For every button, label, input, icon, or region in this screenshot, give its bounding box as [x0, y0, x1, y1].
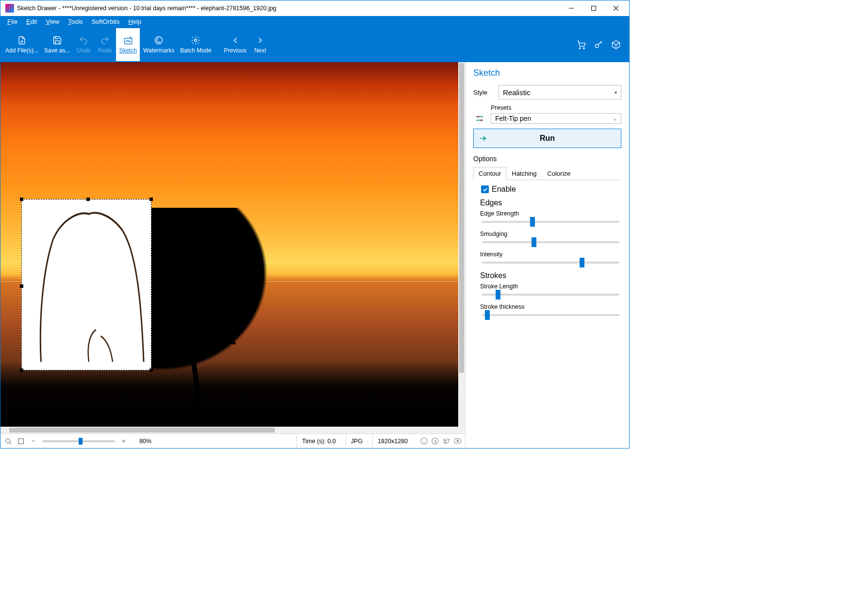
chevron-down-icon: ⌄: [613, 116, 617, 121]
sketch-icon: [123, 35, 133, 46]
status-dimensions: 1920x1280: [372, 434, 413, 448]
menu-view[interactable]: View: [42, 17, 63, 26]
stroke-thickness-slider[interactable]: [482, 314, 619, 316]
undo-button: Undo: [73, 28, 94, 62]
smudging-label: Smudging: [480, 231, 621, 237]
edges-heading: Edges: [480, 199, 621, 207]
svg-point-5: [155, 37, 163, 44]
tab-hatching[interactable]: Hatching: [506, 167, 542, 180]
batch-mode-button[interactable]: Batch Mode: [177, 28, 214, 62]
watermark-icon: [154, 35, 164, 46]
menu-tools[interactable]: Tools: [64, 17, 86, 26]
selection-box[interactable]: [21, 199, 151, 370]
twitter-icon[interactable]: [443, 437, 450, 445]
toolbar: Add File(s)... Save as... Undo Redo Sket…: [0, 27, 629, 62]
add-files-button[interactable]: Add File(s)...: [2, 28, 41, 62]
status-time: Time (s): 0.0: [297, 434, 341, 448]
svg-point-10: [6, 438, 10, 443]
zoom-actual-icon[interactable]: [4, 437, 12, 445]
stroke-length-slider[interactable]: [482, 294, 619, 296]
arrow-left-icon: [231, 35, 240, 46]
style-select[interactable]: Realistic▾: [499, 85, 621, 100]
enable-label: Enable: [492, 185, 516, 194]
svg-point-7: [579, 48, 581, 49]
package-icon[interactable]: [611, 39, 621, 50]
title-bar: Sketch Drawer - ****Unregistered version…: [0, 0, 629, 16]
menu-help[interactable]: Help: [124, 17, 145, 26]
zoom-in-button[interactable]: +: [120, 437, 128, 445]
sliders-icon[interactable]: [473, 113, 486, 124]
add-file-icon: [17, 35, 27, 46]
horizontal-scrollbar[interactable]: [0, 427, 458, 433]
save-as-button[interactable]: Save as...: [41, 28, 73, 62]
status-format: JPG: [346, 434, 367, 448]
resize-handle[interactable]: [20, 368, 23, 372]
panel-heading: Sketch: [473, 68, 621, 78]
resize-handle[interactable]: [150, 368, 153, 372]
gear-icon: [191, 35, 200, 46]
key-icon[interactable]: [593, 39, 604, 50]
tab-colorize[interactable]: Colorize: [542, 167, 576, 180]
save-icon: [52, 35, 62, 46]
resize-handle[interactable]: [20, 284, 23, 288]
arrow-right-icon: [255, 35, 265, 46]
edge-strength-label: Edge Strength: [480, 210, 621, 217]
sketch-tab-button[interactable]: Sketch: [116, 28, 140, 62]
intensity-label: Intensity: [480, 251, 621, 258]
svg-rect-11: [18, 438, 24, 444]
cart-icon[interactable]: [576, 39, 586, 50]
options-tabs: Contour Hatching Colorize: [473, 166, 621, 180]
menu-edit[interactable]: Edit: [22, 17, 41, 26]
chevron-down-icon: ▾: [615, 90, 617, 95]
resize-handle[interactable]: [86, 198, 90, 201]
menu-bar: File Edit View Tools SoftOrbits Help: [0, 16, 629, 27]
redo-icon: [100, 35, 110, 46]
sketch-preview: [27, 204, 146, 365]
watermarks-button[interactable]: Watermarks: [140, 28, 177, 62]
image-canvas[interactable]: [0, 62, 465, 427]
status-bar: − + 80% Time (s): 0.0 JPG 1920x1280: [0, 433, 465, 448]
maximize-button[interactable]: [582, 0, 605, 16]
presets-select[interactable]: Felt-Tip pen⌄: [491, 113, 621, 124]
info-icon[interactable]: [420, 437, 428, 445]
stroke-thickness-label: Stroke thickness: [480, 303, 621, 310]
svg-point-16: [481, 119, 482, 121]
next-button[interactable]: Next: [250, 28, 271, 62]
style-label: Style: [473, 89, 494, 96]
strokes-heading: Strokes: [480, 271, 621, 280]
vertical-scrollbar[interactable]: [458, 62, 465, 427]
menu-softorbits[interactable]: SoftOrbits: [88, 17, 124, 26]
close-button[interactable]: [605, 0, 627, 16]
zoom-out-button[interactable]: −: [30, 437, 37, 445]
options-label: Options: [473, 155, 621, 163]
svg-point-8: [583, 48, 585, 49]
minimize-button[interactable]: [560, 0, 582, 16]
previous-button[interactable]: Previous: [221, 28, 250, 62]
window-title: Sketch Drawer - ****Unregistered version…: [17, 5, 560, 12]
presets-label: Presets: [491, 104, 621, 111]
zoom-percent: 80%: [139, 438, 151, 445]
canvas-pane: − + 80% Time (s): 0.0 JPG 1920x1280: [0, 62, 465, 448]
tab-contour[interactable]: Contour: [473, 167, 506, 180]
svg-point-15: [477, 116, 479, 118]
facebook-icon[interactable]: [432, 437, 439, 445]
intensity-slider[interactable]: [482, 262, 619, 264]
svg-point-6: [195, 39, 197, 42]
edge-strength-slider[interactable]: [482, 221, 619, 223]
zoom-fit-icon[interactable]: [17, 437, 25, 445]
run-button[interactable]: Run: [473, 129, 621, 148]
app-icon: [5, 4, 14, 13]
undo-icon: [79, 35, 88, 46]
youtube-icon[interactable]: [454, 437, 461, 445]
side-panel: Sketch Style Realistic▾ Presets Felt-Tip…: [465, 62, 629, 448]
zoom-slider[interactable]: [42, 440, 115, 442]
smudging-slider[interactable]: [482, 241, 619, 243]
svg-rect-1: [592, 6, 596, 11]
enable-checkbox[interactable]: [481, 185, 489, 193]
svg-point-9: [595, 44, 599, 48]
stroke-length-label: Stroke Length: [480, 283, 621, 290]
redo-button: Redo: [94, 28, 116, 62]
run-arrow-icon: [474, 134, 492, 143]
menu-file[interactable]: File: [3, 17, 21, 26]
